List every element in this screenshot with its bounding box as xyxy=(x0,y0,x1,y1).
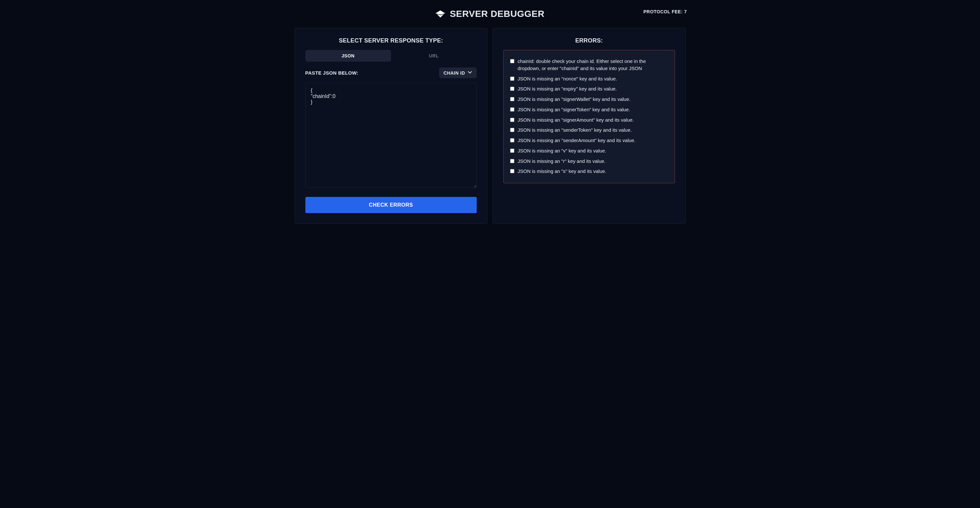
error-text: JSON is missing an "v" key and its value… xyxy=(518,147,606,154)
paste-row: PASTE JSON BELOW: CHAIN ID xyxy=(305,67,477,78)
error-text: JSON is missing an "signerAmount" key an… xyxy=(518,116,634,124)
chain-id-dropdown[interactable]: CHAIN ID xyxy=(439,67,477,78)
error-item: JSON is missing an "senderAmount" key an… xyxy=(510,135,668,146)
error-checkbox[interactable] xyxy=(510,97,514,101)
tab-json[interactable]: JSON xyxy=(305,50,391,62)
paste-json-label: PASTE JSON BELOW: xyxy=(305,70,359,76)
error-item: JSON is missing an "s" key and its value… xyxy=(510,166,668,176)
error-item: JSON is missing an "expiry" key and its … xyxy=(510,84,668,94)
error-text: JSON is missing an "signerWallet" key an… xyxy=(518,96,630,103)
error-checkbox[interactable] xyxy=(510,59,514,63)
app-title: SERVER DEBUGGER xyxy=(450,9,544,19)
error-checkbox[interactable] xyxy=(510,118,514,122)
app-logo-icon xyxy=(436,10,445,17)
chain-id-label: CHAIN ID xyxy=(444,70,465,76)
error-text: JSON is missing an "r" key and its value… xyxy=(518,158,606,165)
error-text: JSON is missing an "expiry" key and its … xyxy=(518,85,617,92)
error-checkbox[interactable] xyxy=(510,87,514,91)
response-type-tabs: JSON URL xyxy=(305,50,477,62)
error-item: chainId: double check your chain id. Eit… xyxy=(510,56,668,74)
error-checkbox[interactable] xyxy=(510,128,514,132)
errors-panel-title: ERRORS: xyxy=(503,37,675,44)
panel-errors: ERRORS: chainId: double check your chain… xyxy=(493,28,686,224)
error-checkbox[interactable] xyxy=(510,169,514,173)
errors-box: chainId: double check your chain id. Eit… xyxy=(503,50,675,183)
input-panel-title: SELECT SERVER RESPONSE TYPE: xyxy=(305,37,477,44)
json-input[interactable] xyxy=(305,83,477,188)
svg-marker-0 xyxy=(436,10,445,14)
logo-wrap: SERVER DEBUGGER xyxy=(436,9,544,19)
error-text: JSON is missing an "signerToken" key and… xyxy=(518,106,630,113)
error-text: JSON is missing an "nonce" key and its v… xyxy=(518,75,617,83)
tab-url[interactable]: URL xyxy=(391,50,477,62)
app-root: SERVER DEBUGGER PROTOCOL FEE: 7 SELECT S… xyxy=(245,0,736,237)
error-item: JSON is missing an "signerToken" key and… xyxy=(510,105,668,115)
error-checkbox[interactable] xyxy=(510,149,514,153)
chevron-down-icon xyxy=(468,70,472,76)
error-item: JSON is missing an "r" key and its value… xyxy=(510,156,668,167)
errors-list: chainId: double check your chain id. Eit… xyxy=(510,56,668,176)
error-checkbox[interactable] xyxy=(510,107,514,111)
error-item: JSON is missing an "nonce" key and its v… xyxy=(510,74,668,84)
error-checkbox[interactable] xyxy=(510,159,514,163)
header: SERVER DEBUGGER PROTOCOL FEE: 7 xyxy=(245,6,736,22)
error-text: JSON is missing an "s" key and its value… xyxy=(518,168,606,175)
error-item: JSON is missing an "signerWallet" key an… xyxy=(510,94,668,105)
protocol-fee-label: PROTOCOL FEE: 7 xyxy=(643,9,687,14)
error-checkbox[interactable] xyxy=(510,138,514,143)
error-item: JSON is missing an "senderToken" key and… xyxy=(510,125,668,135)
error-text: JSON is missing an "senderAmount" key an… xyxy=(518,137,635,144)
check-errors-button[interactable]: CHECK ERRORS xyxy=(305,197,477,213)
error-text: JSON is missing an "senderToken" key and… xyxy=(518,127,632,133)
panel-input: SELECT SERVER RESPONSE TYPE: JSON URL PA… xyxy=(295,28,488,224)
error-text: chainId: double check your chain id. Eit… xyxy=(518,58,668,72)
error-checkbox[interactable] xyxy=(510,76,514,81)
error-item: JSON is missing an "signerAmount" key an… xyxy=(510,115,668,125)
panels: SELECT SERVER RESPONSE TYPE: JSON URL PA… xyxy=(245,28,736,224)
error-item: JSON is missing an "v" key and its value… xyxy=(510,146,668,156)
